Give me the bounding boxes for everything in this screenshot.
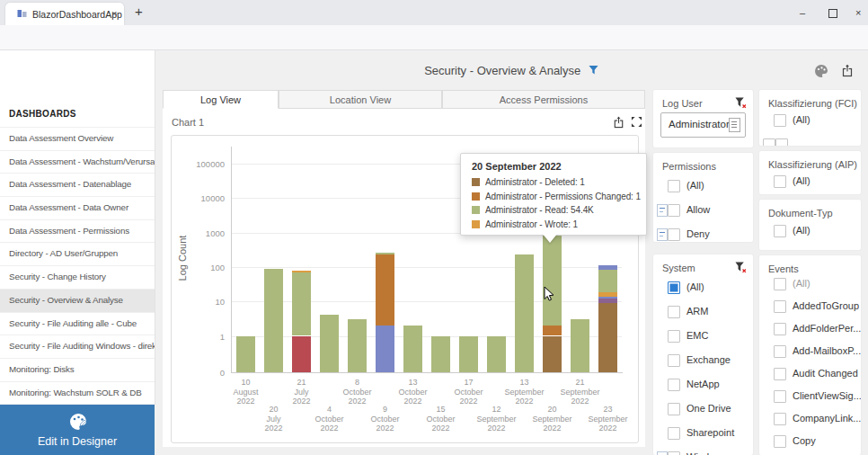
checkbox-row-one-drive[interactable]: One Drive	[653, 397, 753, 421]
sidebar-item[interactable]: Security - File Auditing alle - Cube	[0, 312, 155, 335]
filter-clear-icon[interactable]	[735, 97, 747, 109]
drilldown-mini-icon[interactable]	[657, 204, 668, 217]
checkbox[interactable]	[668, 354, 680, 367]
sidebar-item[interactable]: Security - Overview & Analyse	[0, 289, 155, 312]
tooltip-arrow	[542, 233, 558, 243]
checkbox[interactable]	[774, 390, 786, 403]
checkbox[interactable]	[774, 225, 786, 237]
checkbox-label: Exchange	[686, 354, 731, 365]
sidebar-item[interactable]: Data Assessment - Permissions	[0, 219, 155, 243]
window-close-button[interactable]: ×	[855, 7, 861, 18]
panel-fci: Klassifizierung (FCI)(All)	[759, 90, 861, 146]
checkbox[interactable]	[668, 403, 680, 415]
checkbox-row--all-[interactable]: (All)	[759, 169, 861, 193]
checkbox-label: (All)	[793, 175, 810, 186]
checkbox-row--all-[interactable]: (All)	[759, 272, 861, 295]
export-dashboard-icon[interactable]	[840, 63, 855, 77]
tab-log-view[interactable]: Log View	[163, 90, 279, 109]
checkbox[interactable]	[668, 228, 680, 241]
tooltip-row: Administrator - Read: 54.4K	[472, 205, 594, 215]
checkbox-row-sharepoint[interactable]: Sharepoint	[653, 421, 753, 445]
chart-maximize-icon[interactable]	[631, 116, 642, 128]
title-filter-icon[interactable]	[589, 65, 598, 76]
tab-location-view[interactable]: Location View	[279, 90, 442, 109]
sidebar-item-list: Data Assessment OverviewData Assessment …	[0, 127, 155, 451]
checkbox[interactable]	[668, 330, 680, 343]
checkbox-checked[interactable]	[668, 281, 680, 294]
browser-tab-strip: BlazorDashboardApp × + – ×	[0, 0, 868, 25]
tab-access-permissions[interactable]: Access Permissions	[442, 90, 645, 109]
checkbox[interactable]	[774, 300, 786, 313]
checkbox[interactable]	[668, 379, 680, 391]
checkbox-label: (All)	[793, 114, 810, 125]
window-minimize-button[interactable]: –	[800, 7, 805, 18]
log-user-combobox[interactable]: Administrator	[660, 112, 746, 138]
checkbox[interactable]	[668, 204, 680, 217]
checkbox[interactable]	[668, 451, 680, 455]
checkbox-row--all-[interactable]: (All)	[653, 275, 753, 299]
sidebar-item[interactable]: Security - File Auditing Windows - direk…	[0, 335, 155, 358]
checkbox-row-audit-changed[interactable]: Audit Changed	[759, 362, 861, 385]
checkbox[interactable]	[774, 413, 786, 425]
tooltip-row: Administrator - Deleted: 1	[472, 177, 585, 187]
sidebar-header: DASHBOARDS	[9, 109, 76, 119]
checkbox-row-companylink-[interactable]: CompanyLink...	[759, 407, 861, 430]
checkbox-label: Windows	[686, 451, 727, 455]
checkbox-label: Copy	[793, 435, 816, 446]
checkbox-row-addfolderper-[interactable]: AddFolderPer...	[759, 317, 861, 340]
combobox-list-icon[interactable]	[729, 118, 740, 132]
checkbox[interactable]	[668, 180, 680, 192]
designer-palette-icon	[68, 412, 88, 432]
chart-export-icon[interactable]	[612, 115, 625, 129]
checkbox[interactable]	[668, 427, 680, 440]
checkbox[interactable]	[774, 323, 786, 335]
sidebar-item[interactable]: Data Assessment - Datenablage	[0, 173, 155, 196]
filter-clear-icon[interactable]	[735, 262, 747, 273]
mouse-cursor	[544, 286, 555, 302]
checkbox-row-netapp[interactable]: NetApp	[653, 372, 753, 397]
sidebar-item[interactable]: Directory - AD User/Gruppen	[0, 242, 155, 265]
checkbox-label: Audit Changed	[793, 368, 858, 379]
checkbox-row-exchange[interactable]: Exchange	[653, 348, 753, 372]
panel-events: Events(All)AddedToGroupAddFolderPer...Ad…	[759, 255, 861, 455]
checkbox[interactable]	[774, 114, 786, 127]
new-tab-button[interactable]: +	[135, 4, 143, 19]
sidebar-item[interactable]: Security - Change History	[0, 265, 155, 289]
checkbox[interactable]	[774, 368, 786, 380]
checkbox-row-deny[interactable]: Deny	[653, 222, 753, 242]
drilldown-mini-icon[interactable]	[657, 451, 668, 455]
checkbox-row--all-[interactable]: (All)	[759, 219, 861, 243]
checkbox-label: (All)	[686, 180, 704, 191]
panel-title: System	[662, 263, 695, 273]
series-color-swatch	[472, 220, 480, 228]
checkbox-partial[interactable]	[775, 138, 788, 146]
checkbox-row-emc[interactable]: EMC	[653, 324, 753, 348]
checkbox[interactable]	[774, 435, 786, 448]
checkbox-row-allow[interactable]: Allow	[653, 198, 753, 222]
tab-close-icon[interactable]: ×	[111, 8, 117, 19]
window-maximize-button[interactable]	[828, 9, 837, 18]
color-palette-icon[interactable]	[814, 64, 828, 78]
sidebar-item[interactable]: Data Assessment - Data Owner	[0, 196, 155, 219]
panel-title: Log User	[662, 98, 703, 109]
checkbox[interactable]	[668, 306, 680, 318]
checkbox-partial[interactable]	[763, 138, 775, 146]
sidebar-item[interactable]: Data Assessment - Wachstum/Verursacher	[0, 150, 155, 174]
sidebar-item[interactable]: Monitoring: Disks	[0, 358, 155, 381]
checkbox[interactable]	[774, 175, 786, 188]
checkbox-row--all-[interactable]: (All)	[653, 174, 753, 198]
sidebar-item[interactable]: Data Assessment Overview	[0, 127, 155, 150]
browser-tab[interactable]: BlazorDashboardApp ×	[5, 3, 124, 25]
checkbox-row-add-mailboxp-[interactable]: Add-MailboxP...	[759, 340, 861, 362]
checkbox[interactable]	[774, 278, 786, 290]
checkbox-row-arm[interactable]: ARM	[653, 299, 753, 324]
checkbox-row-copy[interactable]: Copy	[759, 430, 861, 452]
checkbox-row-clientviewsig-[interactable]: ClientViewSig...	[759, 385, 861, 407]
checkbox[interactable]	[774, 345, 786, 358]
drilldown-mini-icon[interactable]	[657, 228, 668, 241]
edit-in-designer-button[interactable]: Edit in Designer	[0, 405, 155, 455]
checkbox-row--all-[interactable]: (All)	[759, 108, 861, 132]
checkbox-row-addedtogroup[interactable]: AddedToGroup	[759, 295, 861, 317]
sidebar-item[interactable]: Monitoring: Wachstum SOLR & DB	[0, 381, 155, 405]
checkbox-row-windows[interactable]: Windows	[653, 445, 753, 455]
